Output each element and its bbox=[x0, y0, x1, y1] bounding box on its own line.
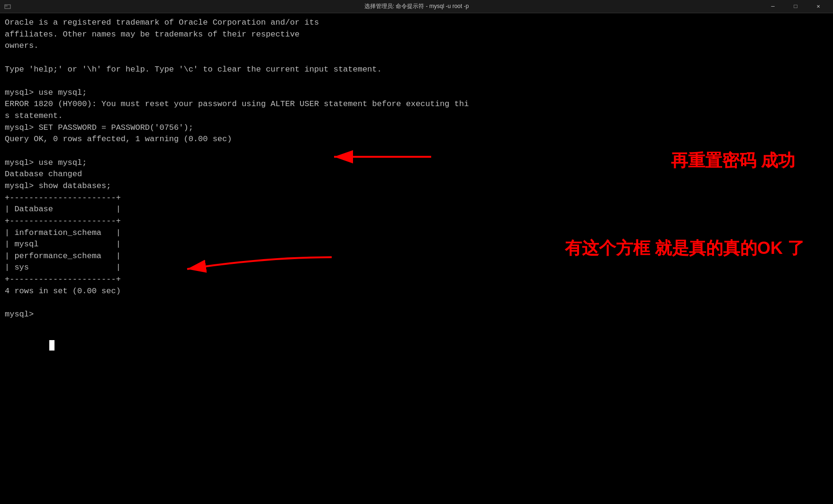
titlebar-title: 选择管理员: 命令提示符 - mysql -u root -p bbox=[364, 2, 469, 10]
titlebar: 选择管理员: 命令提示符 - mysql -u root -p ─ □ ✕ bbox=[0, 0, 833, 13]
terminal-cursor bbox=[49, 340, 54, 351]
arrow-reset-icon bbox=[327, 147, 431, 166]
titlebar-icon bbox=[4, 3, 11, 10]
terminal-window[interactable]: Oracle is a registered trademark of Orac… bbox=[0, 13, 833, 504]
restore-button[interactable]: □ bbox=[785, 0, 806, 13]
close-button[interactable]: ✕ bbox=[807, 0, 829, 13]
arrow-ok-icon bbox=[180, 252, 332, 276]
annotation-reset-success: 再重置密码 成功 bbox=[671, 148, 795, 173]
minimize-button[interactable]: ─ bbox=[762, 0, 784, 13]
titlebar-controls: ─ □ ✕ bbox=[762, 0, 829, 13]
svg-rect-2 bbox=[5, 5, 8, 7]
annotation-ok-message: 有这个方框 就是真的真的OK 了 bbox=[565, 236, 805, 261]
